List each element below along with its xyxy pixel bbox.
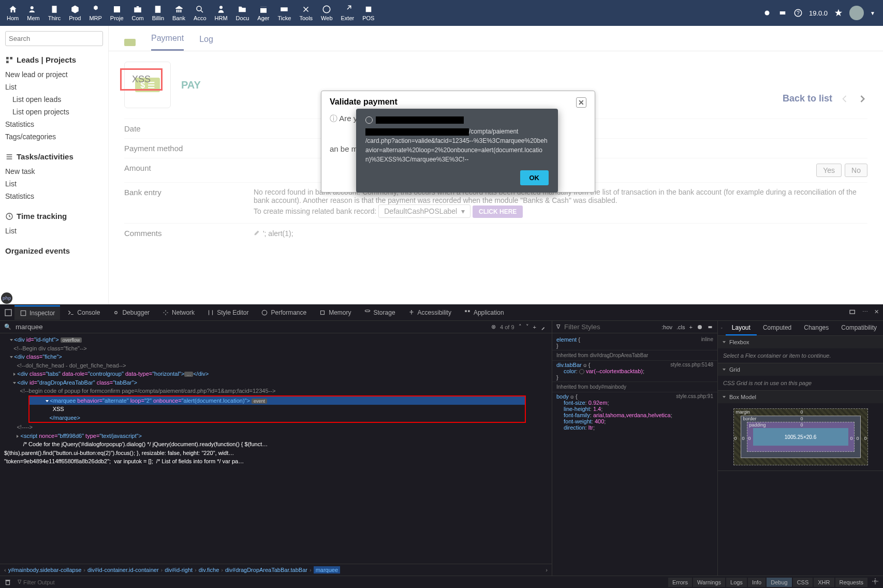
sidebar-link[interactable]: List [5, 178, 103, 190]
footer-info[interactable]: Info [748, 578, 766, 587]
sidebar-link[interactable]: List open projects [5, 106, 103, 118]
footer-warnings[interactable]: Warnings [693, 578, 725, 587]
nav-accounting[interactable]: Acco [189, 3, 210, 23]
tab-memory[interactable]: Memory [314, 306, 356, 319]
sidebar-link[interactable]: Tags/categories [5, 130, 103, 143]
footer-debug[interactable]: Debug [767, 578, 791, 587]
nav-members[interactable]: Mem [23, 3, 43, 23]
sidebar-link[interactable]: List [5, 225, 103, 237]
nav-bank[interactable]: Bank [168, 3, 189, 23]
tab-accessibility[interactable]: Accessibility [403, 306, 457, 319]
svg-point-34 [874, 580, 876, 582]
layout-tab-computed[interactable]: Computed [757, 321, 798, 335]
trash-icon[interactable] [4, 579, 11, 586]
nav-tools[interactable]: Tools [295, 3, 317, 23]
print-sim-icon[interactable] [707, 324, 713, 330]
add-element[interactable]: + [533, 324, 536, 330]
sidebar-toggle-icon[interactable] [721, 324, 723, 332]
settings-icon[interactable] [872, 578, 879, 585]
light-dark-icon[interactable] [697, 324, 703, 330]
flexbox-heading[interactable]: Flexbox [729, 339, 749, 345]
nav-home[interactable]: Hom [3, 3, 23, 23]
dock-icon[interactable] [4, 308, 12, 317]
nav-mrp[interactable]: MRP [85, 3, 106, 23]
footer-errors[interactable]: Errors [668, 578, 692, 587]
nav-websites[interactable]: Web [317, 3, 336, 23]
help-icon[interactable]: ? [793, 8, 803, 18]
add-rule[interactable]: + [689, 324, 693, 330]
filter-output-input[interactable]: Filter Output [23, 579, 55, 585]
close-devtools[interactable]: ✕ [874, 308, 879, 317]
php-badge[interactable]: php [1, 292, 12, 304]
perf-icon [261, 309, 268, 316]
nav-external[interactable]: Exter [337, 3, 359, 23]
cls-toggle[interactable]: .cls [676, 324, 685, 330]
caret-down-icon[interactable]: ▼ [870, 10, 875, 16]
svg-rect-12 [366, 7, 372, 12]
sidebar-heading-leads: Leads | Projects [5, 55, 103, 64]
svg-rect-10 [281, 7, 288, 11]
sidebar-link[interactable]: List open leads [5, 93, 103, 106]
nav-tickets[interactable]: Ticke [274, 3, 296, 23]
svg-rect-33 [721, 328, 722, 329]
svg-rect-2 [114, 6, 120, 12]
boxmodel-heading[interactable]: Box Model [729, 394, 756, 400]
clear-search[interactable]: ⊗ [491, 324, 496, 330]
bug-icon[interactable] [762, 8, 772, 18]
nav-hrm[interactable]: HRM [211, 3, 232, 23]
nav-commercial[interactable]: Com [128, 3, 148, 23]
layout-tab-changes[interactable]: Changes [798, 321, 835, 335]
breadcrumb[interactable]: ‹ y#mainbody.sidebar-collapse› div#id-co… [0, 564, 552, 576]
footer-requests[interactable]: Requests [835, 578, 867, 587]
grid-heading[interactable]: Grid [729, 366, 740, 373]
nav-billing[interactable]: Billin [148, 3, 168, 23]
filter-styles-input[interactable] [564, 323, 657, 331]
search-down[interactable]: ˅ [526, 324, 529, 330]
user-avatar[interactable] [849, 6, 864, 20]
svg-point-31 [698, 325, 702, 329]
print-icon[interactable] [778, 8, 787, 18]
responsive-icon[interactable] [849, 308, 857, 317]
layout-tab-compat[interactable]: Compatibility [835, 321, 883, 335]
svg-rect-25 [321, 311, 325, 314]
layout-tab-layout[interactable]: Layout [726, 321, 757, 335]
dom-search-input[interactable] [16, 323, 487, 331]
tab-style-editor[interactable]: Style Editor [202, 306, 254, 319]
eyedropper-icon[interactable] [540, 324, 548, 331]
footer-logs[interactable]: Logs [726, 578, 747, 587]
star-icon[interactable] [834, 8, 843, 18]
dialog-close[interactable]: ✕ [576, 97, 586, 108]
nav-documents[interactable]: Docu [232, 3, 254, 23]
tab-application[interactable]: Application [459, 306, 509, 319]
tab-storage[interactable]: Storage [359, 306, 401, 319]
sidebar-link[interactable]: List [5, 81, 103, 93]
nav-pos[interactable]: POS [358, 3, 378, 23]
nav-products[interactable]: Prod [65, 3, 85, 23]
footer-css[interactable]: CSS [793, 578, 813, 587]
more-icon[interactable]: ⋯ [862, 308, 869, 317]
tab-network[interactable]: Network [157, 306, 200, 319]
nav-thirdparties[interactable]: Thirc [44, 3, 65, 23]
nav-agenda[interactable]: Ager [253, 3, 273, 23]
alert-ok-button[interactable]: OK [520, 170, 549, 185]
svg-point-0 [31, 6, 34, 9]
nav-projects[interactable]: Proje [106, 3, 128, 23]
dom-tree[interactable]: <div id="id-right"> overflow <!--Begin d… [0, 333, 552, 564]
tab-performance[interactable]: Performance [256, 306, 312, 319]
tab-inspector[interactable]: Inspector [14, 305, 60, 320]
sidebar-link[interactable]: Statistics [5, 118, 103, 130]
hov-toggle[interactable]: :hov [661, 324, 672, 330]
sidebar-link[interactable]: Statistics [5, 190, 103, 202]
svg-rect-21 [5, 310, 11, 316]
search-input[interactable] [5, 31, 103, 46]
tools-icon [301, 5, 311, 14]
search-up[interactable]: ˄ [519, 324, 522, 330]
tab-console[interactable]: Console [62, 306, 105, 319]
tab-debugger[interactable]: Debugger [107, 306, 155, 319]
footer-xhr[interactable]: XHR [814, 578, 834, 587]
box-model-diagram[interactable]: margin0 border0 padding0 1005.25×20.6 00… [733, 408, 868, 465]
storage-icon [364, 309, 371, 316]
sidebar-link[interactable]: New lead or project [5, 68, 103, 81]
svg-rect-18 [10, 57, 12, 60]
sidebar-link[interactable]: New task [5, 165, 103, 178]
